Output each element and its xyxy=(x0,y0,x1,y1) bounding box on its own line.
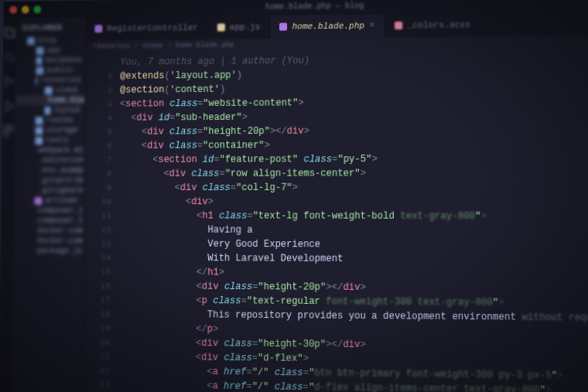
tree-item-label: tests xyxy=(46,136,69,145)
tree-item-label: database xyxy=(45,56,81,64)
folder-icon xyxy=(35,127,43,135)
tree-item-label: docker-compose.production.yml xyxy=(37,227,86,235)
tree-item-label: views xyxy=(56,86,79,94)
tree-item[interactable]: webpack.mix.js xyxy=(15,145,84,155)
code-line[interactable]: <div class="height-20p"></div> xyxy=(120,123,588,139)
tab-label: _colors.scss xyxy=(407,20,470,30)
folder-icon xyxy=(36,66,43,74)
code-line[interactable]: <div> xyxy=(119,195,588,210)
tree-item[interactable]: public xyxy=(16,65,84,76)
tree-item-label: composer.json xyxy=(37,206,86,215)
tree-item-label: layout xyxy=(53,106,80,114)
code-line[interactable]: <div class="col-lg-7"> xyxy=(119,180,588,195)
svg-point-3 xyxy=(12,80,14,83)
tree-item[interactable]: composer.lock xyxy=(15,216,84,226)
folder-icon xyxy=(27,37,35,45)
svg-point-2 xyxy=(5,84,7,87)
folder-icon xyxy=(45,87,53,94)
tree-item[interactable]: database xyxy=(16,55,84,66)
tree-item-label: .gitattributes xyxy=(38,176,86,185)
php-icon xyxy=(34,197,42,205)
tree-item-label: package.json xyxy=(37,247,86,255)
sidebar-header: EXPLORER xyxy=(17,20,85,36)
folder-icon xyxy=(35,137,43,145)
code-line[interactable]: <h1 class="text-lg font-weight-bold text… xyxy=(119,209,588,223)
code-line[interactable]: <div class="row align-items-center"> xyxy=(119,166,588,181)
code-line[interactable]: Very Good Experience xyxy=(118,237,588,252)
tab-home-blade-php[interactable]: home.blade.php× xyxy=(270,14,385,39)
tab--colors-scss[interactable]: _colors.scss xyxy=(385,13,480,38)
tree-item[interactable]: .env.example xyxy=(15,165,83,176)
tree-item-label: .env.example xyxy=(38,166,86,175)
file-icon xyxy=(395,22,402,29)
tree-item[interactable]: .editorconfig xyxy=(15,155,84,165)
search-icon[interactable] xyxy=(3,50,17,64)
code-editor[interactable]: 1234567891011121314151617181920212223242… xyxy=(82,48,588,392)
tree-item[interactable]: .gitignore xyxy=(15,186,84,196)
tab-label: home.blade.php xyxy=(292,21,365,31)
tree-item[interactable]: layout xyxy=(15,105,84,115)
code-line[interactable]: <div class="container"> xyxy=(119,137,588,152)
tree-item-label: blog xyxy=(38,36,56,45)
tree-item-label: .editorconfig xyxy=(38,156,86,165)
tree-item-label: storage xyxy=(46,126,77,135)
code-content[interactable]: You, 7 months ago | 1 author (You)@exten… xyxy=(118,48,588,392)
folder-icon xyxy=(36,46,44,54)
source-control-icon[interactable] xyxy=(2,75,16,89)
traffic-lights[interactable] xyxy=(9,5,41,13)
debug-icon[interactable] xyxy=(2,100,16,114)
tab-label: RegisterController xyxy=(107,23,198,33)
svg-point-1 xyxy=(5,77,7,80)
code-line[interactable]: <section id="feature-post" class="py-5"> xyxy=(119,152,588,167)
file-icon xyxy=(94,25,102,32)
tree-item[interactable]: home.blade.php xyxy=(16,95,84,105)
tree-item[interactable]: docker-compose.yml xyxy=(14,236,83,246)
tree-item[interactable]: routes xyxy=(15,115,84,125)
folder-icon xyxy=(36,117,43,124)
svg-rect-5 xyxy=(9,126,14,131)
zoom-window-icon[interactable] xyxy=(33,5,41,13)
explorer-icon[interactable] xyxy=(3,26,17,39)
tree-item-label: resources xyxy=(40,76,81,84)
tree-item-label: artisan xyxy=(45,196,77,205)
tree-item-label: public xyxy=(46,66,74,74)
svg-rect-4 xyxy=(4,126,9,131)
file-icon xyxy=(217,23,225,31)
tab-registercontroller[interactable]: RegisterController xyxy=(86,16,208,41)
folder-icon xyxy=(36,56,43,64)
tree-item[interactable]: blog xyxy=(17,35,85,46)
tab-app-js[interactable]: app.js xyxy=(208,15,271,39)
svg-rect-6 xyxy=(4,131,9,136)
tree-item[interactable]: .gitattributes xyxy=(15,176,83,186)
tree-item-label: home.blade.php xyxy=(48,96,86,104)
tree-item[interactable]: resources xyxy=(16,75,84,86)
tree-item-label: docker-compose.yml xyxy=(37,237,86,245)
tree-item[interactable]: composer.json xyxy=(15,206,84,216)
folder-icon xyxy=(45,107,51,114)
svg-point-0 xyxy=(5,53,12,60)
folder-icon xyxy=(36,77,37,84)
line-number-gutter: 1234567891011121314151617181920212223242… xyxy=(82,53,121,392)
tree-item-label: composer.lock xyxy=(37,216,86,225)
tree-item-label: routes xyxy=(46,116,73,124)
minimize-window-icon[interactable] xyxy=(22,6,29,14)
explorer-sidebar[interactable]: EXPLORER blogappdatabasepublicresourcesv… xyxy=(12,17,86,392)
tree-item-label: webpack.mix.js xyxy=(38,146,86,155)
tree-item[interactable]: package.json xyxy=(14,246,83,256)
close-icon[interactable]: × xyxy=(369,20,374,31)
file-icon xyxy=(279,22,287,30)
tree-item[interactable]: docker-compose.production.yml xyxy=(14,226,83,236)
code-line[interactable]: Having a xyxy=(118,223,588,238)
extensions-icon[interactable] xyxy=(2,124,15,138)
tree-item[interactable]: artisan xyxy=(15,196,84,206)
tree-item[interactable]: storage xyxy=(15,125,84,135)
tree-item-label: app xyxy=(46,46,60,55)
window-title: home.blade.php — blog xyxy=(49,0,588,14)
tree-item[interactable]: tests xyxy=(15,135,84,145)
tree-item-label: .gitignore xyxy=(37,186,83,195)
close-window-icon[interactable] xyxy=(9,6,17,14)
tree-item[interactable]: app xyxy=(16,45,84,56)
tree-item[interactable]: views xyxy=(16,85,84,96)
tab-label: app.js xyxy=(230,22,261,32)
